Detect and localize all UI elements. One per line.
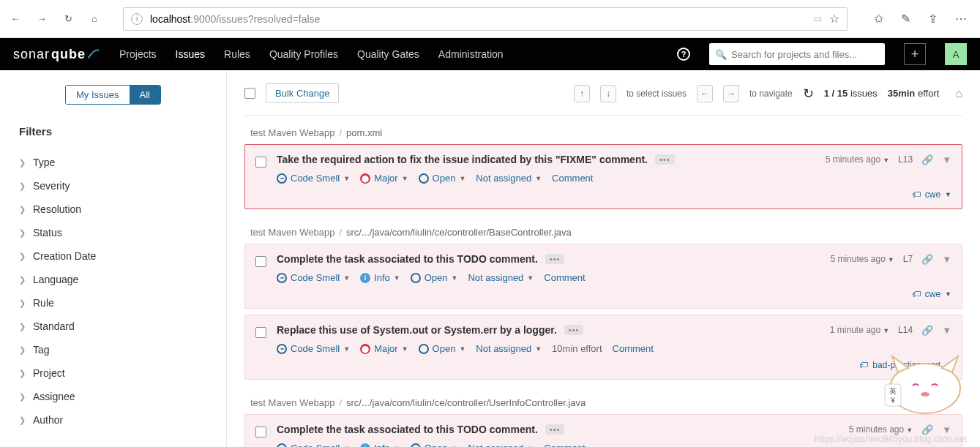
facet-rule[interactable]: ❯Rule: [19, 291, 207, 315]
issue-age[interactable]: 5 minutes ago▼: [826, 154, 889, 165]
issue-tags[interactable]: 🏷 cwe ▼: [277, 289, 951, 299]
nav-projects[interactable]: Projects: [119, 48, 157, 60]
issue-type[interactable]: Code Smell ▼: [277, 343, 350, 354]
filter-icon[interactable]: ▼: [942, 325, 951, 336]
file-path[interactable]: src/.../java/com/liulin/ce/controller/Us…: [346, 397, 586, 408]
issue-type[interactable]: Code Smell ▼: [277, 272, 350, 283]
link-icon[interactable]: 🔗: [921, 325, 933, 336]
facet-assignee[interactable]: ❯Assignee: [19, 385, 207, 408]
home-icon[interactable]: ⌂: [955, 87, 962, 100]
facet-type[interactable]: ❯Type: [19, 151, 207, 174]
nav-administration[interactable]: Administration: [438, 48, 504, 60]
facet-project[interactable]: ❯Project: [19, 361, 207, 385]
search-input[interactable]: [731, 49, 879, 60]
logo-wave-icon: [87, 48, 100, 61]
scope-toggle[interactable]: My Issues All: [65, 85, 161, 105]
link-icon[interactable]: 🔗: [921, 154, 933, 165]
more-icon[interactable]: •••: [545, 424, 565, 435]
issue-checkbox[interactable]: [255, 427, 266, 437]
facet-language[interactable]: ❯Language: [19, 268, 207, 291]
issue-tags[interactable]: 🏷 bad-practice, cert ▼: [277, 360, 951, 370]
star-icon[interactable]: ☆: [829, 12, 839, 26]
issue-card[interactable]: Take the required action to fix the issu…: [244, 144, 962, 209]
logo[interactable]: sonarqube: [13, 47, 100, 62]
issue-card[interactable]: Replace this use of System.out or System…: [244, 315, 962, 380]
reload-icon[interactable]: ↻: [803, 86, 814, 102]
nav-issues[interactable]: Issues: [176, 48, 205, 60]
issue-assignee[interactable]: Not assigned ▼: [476, 173, 542, 184]
more-icon[interactable]: ⋯: [955, 12, 967, 26]
back-icon[interactable]: ←: [9, 12, 22, 26]
issue-age[interactable]: 5 minutes ago▼: [830, 254, 894, 264]
issue-type[interactable]: Code Smell ▼: [277, 443, 350, 447]
nav-quality-profiles[interactable]: Quality Profiles: [269, 48, 338, 60]
issue-severity[interactable]: i Info ▼: [360, 272, 400, 283]
refresh-icon[interactable]: ↻: [61, 12, 75, 26]
link-icon[interactable]: 🔗: [921, 254, 933, 265]
line-number[interactable]: L7: [903, 254, 913, 264]
bulk-change-button[interactable]: Bulk Change: [266, 83, 339, 103]
file-path[interactable]: src/.../java/com/liulin/ce/controller/Ba…: [346, 227, 572, 238]
issue-title[interactable]: Replace this use of System.out or System…: [277, 324, 557, 336]
issue-severity[interactable]: ⬤ Major ▼: [360, 343, 408, 354]
issue-severity[interactable]: ⬤ Major ▼: [360, 173, 408, 184]
facet-resolution[interactable]: ❯Resolution: [19, 198, 207, 221]
favorites-icon[interactable]: ✩: [874, 12, 883, 26]
nav-rules[interactable]: Rules: [224, 48, 250, 60]
more-icon[interactable]: •••: [564, 325, 584, 335]
project-name[interactable]: test Maven Webapp: [250, 227, 334, 238]
address-bar[interactable]: i localhost:9000/issues?resolved=false ▭…: [123, 7, 848, 31]
nav-quality-gates[interactable]: Quality Gates: [357, 48, 419, 60]
issue-assignee[interactable]: Not assigned ▼: [468, 443, 534, 447]
facet-tag[interactable]: ❯Tag: [19, 338, 207, 361]
filter-icon[interactable]: ▼: [942, 154, 951, 165]
issue-checkbox[interactable]: [255, 256, 266, 267]
create-button[interactable]: +: [904, 43, 926, 65]
comment-link[interactable]: Comment: [544, 272, 585, 283]
facet-creation-date[interactable]: ❯Creation Date: [19, 244, 207, 268]
issue-age[interactable]: 1 minute ago▼: [830, 325, 889, 335]
share-icon[interactable]: ⇪: [928, 12, 938, 26]
select-all-checkbox[interactable]: [244, 88, 255, 99]
toggle-all[interactable]: All: [130, 86, 160, 104]
project-name[interactable]: test Maven Webapp: [250, 397, 334, 408]
toggle-my-issues[interactable]: My Issues: [66, 86, 130, 104]
line-number[interactable]: L13: [898, 154, 913, 165]
issue-title[interactable]: Complete the task associated to this TOD…: [277, 253, 538, 265]
more-icon[interactable]: •••: [655, 154, 675, 165]
issue-status[interactable]: Open ▼: [411, 443, 458, 447]
line-number[interactable]: L14: [898, 325, 913, 335]
issue-checkbox[interactable]: [255, 157, 266, 168]
forward-icon[interactable]: →: [35, 12, 48, 26]
issue-title[interactable]: Take the required action to fix the issu…: [277, 154, 648, 165]
comment-link[interactable]: Comment: [552, 173, 593, 184]
issue-card[interactable]: Complete the task associated to this TOD…: [244, 244, 962, 309]
help-icon[interactable]: ?: [677, 48, 690, 61]
more-icon[interactable]: •••: [545, 254, 565, 264]
issue-severity[interactable]: i Info ▼: [360, 443, 400, 447]
facet-standard[interactable]: ❯Standard: [19, 315, 207, 338]
filter-icon[interactable]: ▼: [942, 254, 951, 265]
reader-icon[interactable]: ▭: [813, 13, 822, 24]
comment-link[interactable]: Comment: [613, 343, 654, 354]
issue-status[interactable]: Open ▼: [411, 272, 458, 283]
issue-type[interactable]: Code Smell ▼: [277, 173, 350, 184]
home-icon[interactable]: ⌂: [88, 12, 101, 26]
issue-title[interactable]: Complete the task associated to this TOD…: [277, 424, 538, 435]
issue-age[interactable]: 5 minutes ago▼: [849, 424, 913, 435]
issue-assignee[interactable]: Not assigned ▼: [468, 272, 534, 283]
file-path[interactable]: pom.xml: [346, 127, 382, 138]
global-search[interactable]: 🔍: [709, 43, 885, 65]
issue-tags[interactable]: 🏷 cwe ▼: [277, 189, 951, 200]
issue-status[interactable]: Open ▼: [419, 343, 466, 354]
facet-severity[interactable]: ❯Severity: [19, 174, 207, 198]
project-name[interactable]: test Maven Webapp: [250, 127, 334, 138]
issue-assignee[interactable]: Not assigned ▼: [476, 343, 542, 354]
issue-status[interactable]: Open ▼: [419, 173, 466, 184]
facet-status[interactable]: ❯Status: [19, 221, 207, 244]
facet-author[interactable]: ❯Author: [19, 408, 207, 432]
avatar[interactable]: A: [945, 43, 967, 65]
notes-icon[interactable]: ✎: [901, 12, 910, 26]
comment-link[interactable]: Comment: [544, 443, 585, 447]
issue-checkbox[interactable]: [255, 327, 266, 338]
